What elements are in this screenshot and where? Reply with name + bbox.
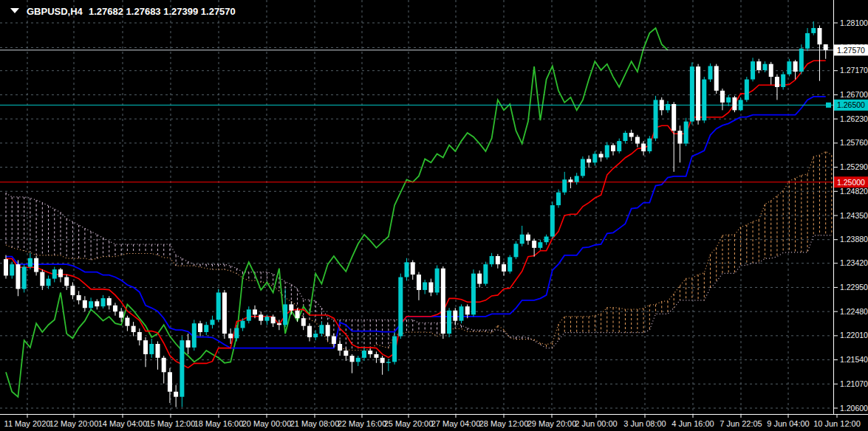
candle-body [301, 318, 306, 325]
candle-bear [793, 60, 798, 79]
candle-body [751, 61, 755, 79]
candle-body [168, 372, 172, 391]
senkou-span-a-line [6, 151, 832, 350]
candle-bear [817, 25, 821, 80]
candle-bull [751, 58, 755, 81]
candle-bear [629, 130, 634, 141]
candle-body [660, 100, 664, 110]
time-axis-label: 20 May 00:00 [242, 419, 292, 428]
candle-bull [149, 339, 154, 358]
candle-body [756, 61, 761, 70]
candle-bear [301, 316, 306, 330]
candle-body [4, 259, 8, 275]
candle-body [568, 179, 573, 182]
candle-body [356, 358, 360, 362]
candle-body [587, 159, 591, 162]
candle-body [465, 306, 470, 314]
candle-body [575, 176, 579, 182]
candle-body [532, 241, 536, 248]
candle-body [775, 77, 779, 87]
candle-body [811, 28, 816, 33]
price-axis-label: 1.23880 [840, 235, 868, 244]
candle-bear [441, 266, 445, 339]
level-price-tag-12650[interactable]: 1.26500 [834, 100, 868, 111]
candle-body [684, 122, 688, 144]
candle-bear [95, 299, 99, 309]
candle-body [428, 282, 433, 292]
level-price-tag-12500[interactable]: 1.25000 [834, 176, 868, 187]
candle-bull [702, 77, 706, 123]
candle-bear [477, 270, 482, 287]
candle-bull [447, 308, 451, 337]
candle-body [793, 61, 798, 72]
candle-bull [508, 255, 512, 274]
chikou-span-path [6, 28, 668, 397]
candle-body [520, 235, 524, 244]
candle-body [417, 275, 421, 290]
candle-bull [581, 156, 585, 178]
candle-body [241, 321, 245, 328]
candle-bear [587, 156, 591, 168]
candle-bear [107, 296, 112, 309]
candle-bear [671, 102, 676, 172]
candle-body [289, 304, 293, 310]
candle-bear [174, 385, 178, 407]
candle-bear [374, 351, 378, 362]
candle-bull [423, 280, 427, 294]
time-axis-label: 25 May 20:00 [384, 419, 434, 428]
candle-body [471, 274, 476, 315]
mt4-chart-window: 1.281001.276201.271701.267001.262301.257… [0, 0, 868, 431]
time-axis-label: 21 May 08:00 [290, 419, 340, 428]
candle-body [283, 304, 287, 325]
candle-body [805, 33, 810, 49]
candle-body [745, 80, 749, 100]
candle-bear [428, 279, 433, 297]
price-axis-label: 1.24350 [840, 211, 868, 220]
candle-bull [313, 330, 318, 340]
time-axis-label: 9 Jun 04:00 [767, 419, 810, 428]
candle-body [368, 351, 372, 354]
candle-bull [805, 28, 810, 51]
candle-bear [125, 316, 129, 331]
current-price-tag[interactable]: 1.27570 [834, 44, 868, 55]
candle-bear [16, 261, 20, 297]
candle-body [326, 325, 330, 336]
chart-menu-arrow-icon[interactable] [10, 8, 19, 13]
price-axis-label: 1.26700 [840, 90, 868, 99]
candle-body [526, 235, 530, 241]
price-chart-canvas: 1.281001.276201.271701.267001.262301.257… [0, 0, 868, 431]
candle-body [702, 80, 706, 121]
candle-body [89, 301, 93, 308]
candle-bear [611, 143, 615, 156]
candle-bull [362, 348, 366, 361]
candle-body [726, 97, 731, 103]
candle-body [696, 66, 700, 120]
candle-body [423, 282, 427, 289]
candle-body [739, 100, 743, 110]
grid [0, 0, 833, 414]
candle-bull [787, 59, 791, 77]
candle-body [781, 75, 785, 87]
candle-bear [58, 268, 63, 282]
candle-bull [799, 44, 804, 74]
candle-bull [101, 295, 106, 308]
candle-bear [526, 232, 530, 245]
candle-body [374, 354, 378, 358]
price-axis-label: 1.25760 [840, 138, 868, 147]
candle-body [496, 256, 500, 264]
candle-bear [635, 135, 640, 148]
candle-bull [726, 94, 731, 106]
candle-body [508, 257, 512, 271]
time-axis-label: 12 May 20:00 [49, 419, 99, 428]
candle-body [119, 311, 123, 317]
candle-body [180, 340, 184, 397]
candle-body [125, 318, 129, 326]
candle-body [307, 326, 312, 337]
candle-body [708, 66, 713, 79]
level-line-12650-handle[interactable] [826, 103, 831, 108]
candle-body [101, 298, 106, 306]
candle-body [666, 104, 670, 110]
candle-body [447, 311, 451, 334]
level-tag-label-12650: 1.26500 [837, 100, 865, 109]
candle-bull [216, 289, 221, 323]
